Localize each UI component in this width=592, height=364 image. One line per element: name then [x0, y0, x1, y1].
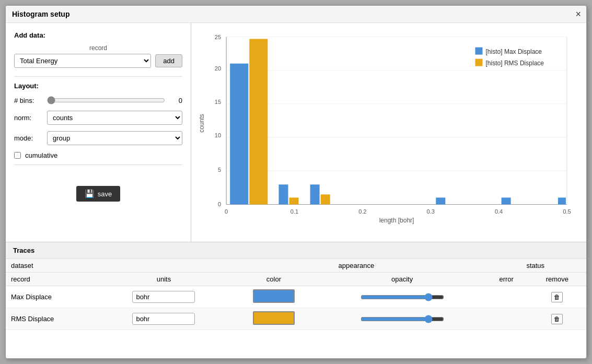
traces-col-header-row: record units color opacity error remove [6, 273, 586, 286]
svg-text:0: 0 [218, 201, 221, 207]
save-button[interactable]: 💾 save [76, 186, 120, 202]
trace-opacity-cell-1 [320, 308, 485, 330]
svg-text:counts: counts [198, 114, 205, 132]
mode-row: mode: group overlay stack [14, 131, 182, 145]
legend-blue-swatch [475, 48, 482, 55]
svg-text:0.5: 0.5 [563, 208, 571, 215]
svg-text:0: 0 [225, 208, 228, 215]
trace-remove-button-0[interactable]: 🗑 [551, 292, 563, 302]
layout-section: Layout: # bins: 0 norm: counts probabili… [14, 82, 182, 159]
svg-text:0.4: 0.4 [495, 208, 503, 215]
traces-group-header-row: dataset appearance status [6, 259, 586, 273]
legend-orange-swatch [475, 59, 482, 66]
traces-section: Traces dataset appearance status record … [6, 242, 586, 330]
histogram-dialog: Histogram setup × Add data: record Total… [5, 5, 587, 359]
trace-opacity-slider-1[interactable] [361, 315, 444, 323]
add-button[interactable]: add [155, 54, 182, 67]
left-panel: Add data: record Total Energy Max Displa… [6, 23, 191, 242]
trace-remove-button-1[interactable]: 🗑 [551, 314, 563, 324]
bar-blue-1 [230, 64, 248, 205]
bar-blue-5 [502, 197, 511, 204]
norm-select[interactable]: counts probability density [47, 111, 182, 125]
bar-blue-6 [558, 197, 566, 204]
bins-label: # bins: [14, 97, 43, 104]
trace-units-input-1[interactable] [132, 313, 195, 325]
chart-panel: 0 5 10 15 20 25 counts [191, 23, 586, 242]
trace-record-1: RMS Displace [6, 308, 100, 330]
trace-error-cell-1 [485, 308, 528, 330]
trace-remove-cell-0: 🗑 [528, 286, 586, 308]
norm-row: norm: counts probability density [14, 111, 182, 125]
bar-orange-3 [321, 194, 330, 204]
record-select[interactable]: Total Energy Max Displace RMS Displace [14, 54, 151, 68]
traces-title: Traces [6, 242, 586, 259]
svg-text:20: 20 [215, 65, 221, 72]
dialog-title: Histogram setup [6, 6, 586, 23]
col-color: color [228, 273, 319, 286]
layout-label: Layout: [14, 82, 182, 90]
trace-units-cell-1 [100, 308, 228, 330]
svg-text:0.2: 0.2 [358, 208, 366, 215]
cumulative-row: cumulative [14, 151, 182, 159]
top-section: Add data: record Total Energy Max Displa… [6, 23, 586, 242]
trace-record-0: Max Displace [6, 286, 100, 308]
mode-label: mode: [14, 134, 43, 142]
save-icon: 💾 [85, 189, 95, 198]
bar-orange-1 [249, 39, 268, 205]
chart-container: 0 5 10 15 20 25 counts [198, 29, 580, 228]
trace-remove-cell-1: 🗑 [528, 308, 586, 330]
trace-opacity-cell-0 [320, 286, 485, 308]
svg-text:0.3: 0.3 [427, 208, 435, 215]
svg-text:15: 15 [215, 99, 221, 105]
trace-color-cell-0 [228, 286, 319, 308]
bins-value: 0 [169, 97, 182, 104]
cumulative-checkbox[interactable] [14, 152, 21, 159]
appearance-group-header: appearance [228, 259, 484, 273]
svg-text:0.1: 0.1 [291, 208, 298, 215]
trace-error-cell-0 [485, 286, 528, 308]
trace-color-swatch-0[interactable] [253, 289, 295, 303]
svg-text:length [bohr]: length [bohr] [379, 217, 414, 224]
dataset-group-header: dataset [6, 259, 228, 273]
svg-text:10: 10 [215, 132, 221, 138]
bar-blue-4 [436, 197, 445, 204]
status-group-header: status [485, 259, 586, 273]
table-row: Max Displace 🗑 [6, 286, 586, 308]
traces-table: dataset appearance status record units c… [6, 259, 586, 330]
divider-2 [14, 165, 182, 165]
trace-units-cell-0 [100, 286, 228, 308]
trace-opacity-slider-0[interactable] [361, 293, 444, 301]
record-row: Total Energy Max Displace RMS Displace a… [14, 54, 182, 68]
save-label: save [98, 190, 112, 198]
record-field-label: record [14, 44, 182, 52]
norm-label: norm: [14, 114, 43, 122]
trace-color-cell-1 [228, 308, 319, 330]
mode-select[interactable]: group overlay stack [47, 131, 182, 145]
trace-color-swatch-1[interactable] [253, 311, 295, 325]
divider-1 [14, 76, 182, 77]
col-record: record [6, 273, 100, 286]
table-row: RMS Displace 🗑 [6, 308, 586, 330]
svg-text:25: 25 [215, 34, 221, 40]
bins-slider[interactable] [47, 96, 165, 104]
col-opacity: opacity [320, 273, 485, 286]
bar-blue-2 [278, 184, 288, 204]
close-button[interactable]: × [575, 9, 581, 20]
trace-units-input-0[interactable] [132, 291, 195, 303]
col-remove: remove [528, 273, 586, 286]
col-units: units [100, 273, 228, 286]
bins-row: # bins: 0 [14, 96, 182, 104]
svg-text:5: 5 [218, 167, 221, 173]
legend-blue-label: [histo] Max Displace [486, 48, 542, 55]
bar-blue-3 [310, 184, 320, 204]
bar-orange-2 [289, 197, 298, 204]
legend-orange-label: [histo] RMS Displace [486, 60, 544, 67]
histogram-chart: 0 5 10 15 20 25 counts [198, 29, 580, 228]
add-data-label: Add data: [14, 31, 182, 39]
col-error: error [485, 273, 528, 286]
cumulative-label: cumulative [25, 151, 57, 159]
